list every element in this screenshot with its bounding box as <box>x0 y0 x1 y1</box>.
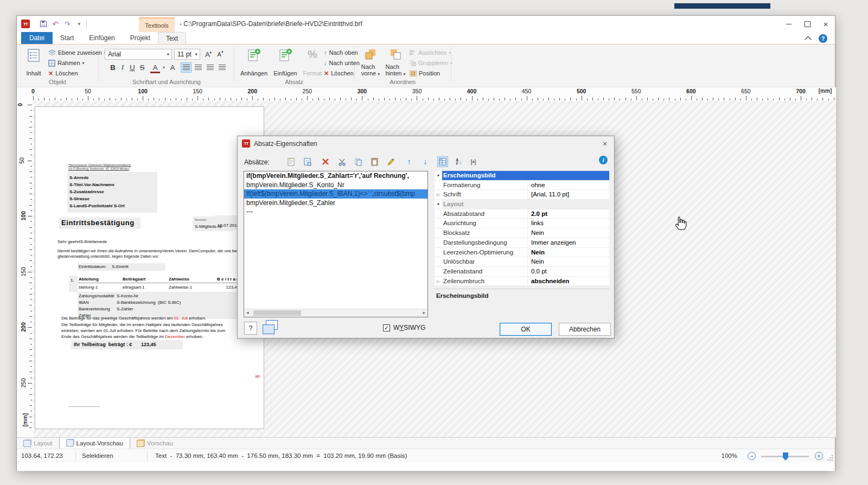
property-grid[interactable]: ▼ErscheinungsbildFormatierungohne▷Schrif… <box>435 171 609 286</box>
contextual-tab-texttools[interactable]: Texttools <box>139 17 175 32</box>
paragraph-list-item[interactable]: if(bmpVerein.Mitglieder.S_Zahlart='r','a… <box>244 171 427 181</box>
nach-vorne-button[interactable]: Nachvorne ▾ <box>359 47 382 78</box>
grid-row-value[interactable]: abschneiden <box>528 277 609 286</box>
insert-field-button[interactable]: [+] <box>468 156 478 167</box>
cut-button[interactable] <box>336 156 347 167</box>
layers-window-icon[interactable] <box>263 320 279 334</box>
paragraph-properties-button[interactable] <box>302 156 312 167</box>
view-tab-layout[interactable]: Layout <box>17 438 59 449</box>
grid-row-unl-schbar[interactable]: UnlöschbarNein <box>435 257 609 267</box>
grid-row-value[interactable]: Nein <box>528 248 609 257</box>
grid-row-zeilenabstand[interactable]: Zeilenabstand0.0 pt <box>435 267 609 277</box>
zoom-slider[interactable] <box>761 456 809 457</box>
scrollbar-thumb[interactable] <box>253 310 301 316</box>
minimize-button[interactable] <box>780 16 798 31</box>
view-tab-vorschau[interactable]: Vorschau <box>130 438 180 449</box>
grid-row-absatzabstand[interactable]: Absatzabstand2.0 pt <box>435 209 609 219</box>
ausrichten-button[interactable]: Ausrichten▾ <box>410 48 451 58</box>
align-left-button[interactable] <box>181 62 192 73</box>
objekt-loeschen-button[interactable]: ✕ Löschen <box>48 68 78 78</box>
collapse-ribbon-button[interactable] <box>806 35 811 41</box>
move-down-button[interactable]: ↓ <box>420 156 431 167</box>
copy-button[interactable] <box>353 156 363 167</box>
grid-row-value[interactable]: Immer anzeigen <box>528 238 609 247</box>
absatz-einfuegen-button[interactable]: Einfügen <box>271 47 300 78</box>
dialog-help-button[interactable]: ? <box>244 322 257 335</box>
strikethrough-button[interactable]: S <box>137 62 147 73</box>
grid-row-ausrichtung[interactable]: Ausrichtunglinks <box>435 219 609 228</box>
tab-datei[interactable]: Datei <box>21 32 53 44</box>
nach-oben-button[interactable]: ↑ Nach oben <box>324 48 358 58</box>
tab-projekt[interactable]: Projekt <box>123 32 158 44</box>
save-button[interactable] <box>39 19 48 29</box>
tab-start[interactable]: Start <box>53 32 81 44</box>
paragraph-list-item[interactable]: If(left$(bmpVerein.Mitglieder.S_IBAN,1)<… <box>244 189 427 199</box>
scroll-left-arrow[interactable]: ◂ <box>246 310 249 315</box>
align-justify-button[interactable] <box>216 62 227 73</box>
view-tab-layout-vorschau[interactable]: Layout-Vorschau <box>59 438 130 449</box>
grid-row-value[interactable]: ohne <box>528 181 609 190</box>
paragraph-list-item[interactable]: --- <box>244 207 427 216</box>
grow-font-button[interactable]: A▴ <box>203 49 213 60</box>
grid-row-formatierung[interactable]: Formatierungohne <box>435 181 609 190</box>
grid-row-value[interactable]: 2.0 pt <box>528 209 609 219</box>
undo-button[interactable]: ↶ <box>50 19 60 29</box>
redo-button[interactable]: ↷ <box>62 19 72 29</box>
align-right-button[interactable] <box>205 62 215 73</box>
category-expander-icon[interactable]: ▼ <box>435 171 442 180</box>
zoom-out-button[interactable]: − <box>748 452 756 460</box>
italic-button[interactable]: I <box>118 62 127 73</box>
scroll-right-arrow[interactable]: ▸ <box>423 310 425 315</box>
close-button[interactable]: × <box>816 16 835 31</box>
underline-button[interactable]: U <box>127 62 137 73</box>
qat-customize-button[interactable]: ▾ <box>74 19 84 29</box>
cancel-button[interactable]: Abbrechen <box>559 323 611 336</box>
help-button[interactable]: ? <box>819 34 827 43</box>
move-up-button[interactable]: ↑ <box>404 156 414 167</box>
grid-category-layout[interactable]: ▼Layout <box>435 200 609 209</box>
grid-row-schrift[interactable]: ▷Schrift[Arial, 11.0 pt] <box>435 190 609 200</box>
shrink-font-button[interactable]: A▾ <box>215 49 225 60</box>
nach-hinten-button[interactable]: Nachhinten ▾ <box>384 47 407 78</box>
absatz-loeschen-button[interactable]: ✕ Löschen <box>324 68 354 78</box>
horizontal-scrollbar[interactable]: ◂ ▸ <box>244 309 427 317</box>
resize-grip[interactable] <box>827 455 833 461</box>
grid-row-value[interactable]: Nein <box>528 228 609 238</box>
font-size-combobox[interactable]: 11 pt▾ <box>174 49 200 60</box>
align-center-button[interactable] <box>193 62 203 73</box>
paragraph-list-item[interactable]: bmpVerein.Mitglieder.S_Zahler <box>244 199 427 208</box>
nach-unten-button[interactable]: ↓ Nach unten <box>324 58 360 68</box>
grid-row-value[interactable]: [Arial, 11.0 pt] <box>528 190 609 199</box>
inhalt-button[interactable]: Inhalt <box>21 47 46 78</box>
tab-einf-gen[interactable]: Einfügen <box>81 32 122 44</box>
category-expander-icon[interactable]: ▼ <box>435 200 442 209</box>
wysiwyg-checkbox[interactable]: ✓ WYSIWYG <box>383 324 425 331</box>
grid-row-blocksatz[interactable]: BlocksatzNein <box>435 228 609 238</box>
zoom-in-button[interactable]: + <box>815 452 823 460</box>
grid-row-value[interactable]: 0.0 pt <box>528 267 609 276</box>
rahmen-button[interactable]: Rahmen▾ <box>48 58 85 68</box>
dialog-title-bar[interactable]: TT Absatz-Eigenschaften × <box>238 136 614 151</box>
info-button[interactable]: i <box>599 156 608 164</box>
grid-row-value[interactable]: Nein <box>528 257 609 266</box>
tab-text[interactable]: Text <box>158 32 186 44</box>
maximize-button[interactable] <box>798 16 816 31</box>
row-expander-icon[interactable]: ▷ <box>435 190 442 199</box>
paste-button[interactable] <box>369 156 380 167</box>
grid-row-zeilenumbruch[interactable]: ▷Zeilenumbruchabschneiden <box>435 277 609 286</box>
zoom-slider-thumb[interactable] <box>783 452 788 461</box>
gruppieren-button[interactable]: Gruppieren▾ <box>410 58 452 68</box>
ok-button[interactable]: OK <box>500 323 552 336</box>
property-view-toggle[interactable] <box>437 156 448 167</box>
paragraph-list[interactable]: if(bmpVerein.Mitglieder.S_Zahlart='r','a… <box>244 171 428 317</box>
position-button[interactable]: Position <box>410 68 440 78</box>
format-button[interactable]: % Format <box>301 47 324 78</box>
grid-row-darstellungsbedingung[interactable]: DarstellungsbedingungImmer anzeigen <box>435 238 609 248</box>
font-family-combobox[interactable]: Arial▾ <box>105 49 172 60</box>
highlight-button[interactable]: A <box>168 62 177 73</box>
bold-button[interactable]: B <box>108 62 118 73</box>
sort-button[interactable]: AZ ↓ <box>454 156 464 167</box>
delete-paragraph-button[interactable] <box>320 156 331 167</box>
paragraph-list-item[interactable]: bmpVerein.Mitglieder.S_Konto_Nr <box>244 181 427 190</box>
grid-row-value[interactable]: links <box>528 219 609 228</box>
